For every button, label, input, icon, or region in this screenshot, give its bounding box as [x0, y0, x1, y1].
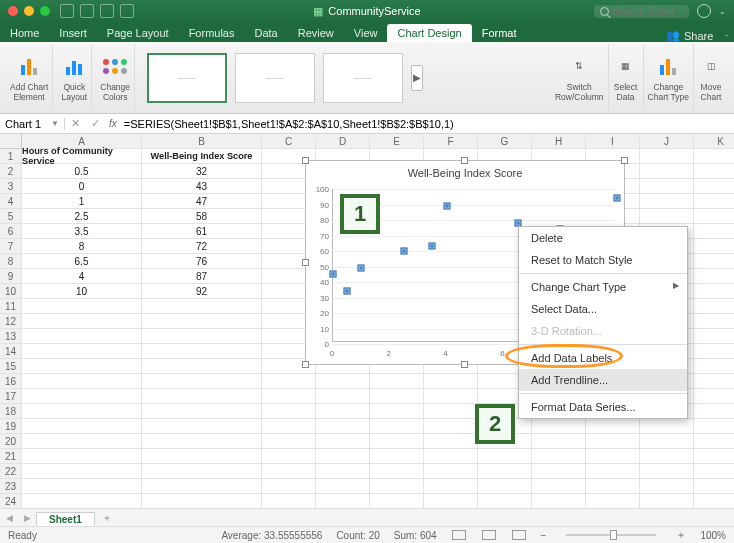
cell[interactable]: [424, 479, 478, 494]
worksheet-area[interactable]: ABCDEFGHIJKLM1Hours of Community Service…: [0, 134, 734, 513]
row-header[interactable]: 18: [0, 404, 22, 419]
cell[interactable]: [640, 494, 694, 509]
cell[interactable]: [142, 329, 262, 344]
print-icon[interactable]: [120, 4, 134, 18]
cell[interactable]: [532, 494, 586, 509]
cell[interactable]: [532, 464, 586, 479]
cell[interactable]: [22, 299, 142, 314]
undo-icon[interactable]: [80, 4, 94, 18]
row-header[interactable]: 8: [0, 254, 22, 269]
ribbon-collapse-chevron-icon[interactable]: ˆ: [719, 33, 734, 42]
cell[interactable]: [370, 494, 424, 509]
add-chart-element-button[interactable]: Add Chart Element: [6, 44, 53, 111]
cell[interactable]: 0.5: [22, 164, 142, 179]
cell[interactable]: 4: [22, 269, 142, 284]
menu-change-chart-type[interactable]: Change Chart Type: [519, 276, 687, 298]
row-header[interactable]: 6: [0, 224, 22, 239]
chart-styles-gallery[interactable]: ⋯⋯⋯ ⋯⋯⋯ ⋯⋯⋯ ▶: [139, 44, 547, 111]
row-header[interactable]: 7: [0, 239, 22, 254]
cell[interactable]: [142, 479, 262, 494]
cell[interactable]: [694, 479, 734, 494]
cell[interactable]: [22, 314, 142, 329]
zoom-slider[interactable]: [566, 534, 656, 536]
menu-delete[interactable]: Delete: [519, 227, 687, 249]
cell[interactable]: [262, 434, 316, 449]
cell[interactable]: [142, 359, 262, 374]
menu-reset-style[interactable]: Reset to Match Style: [519, 249, 687, 271]
cell[interactable]: [316, 389, 370, 404]
name-box[interactable]: Chart 1▼: [0, 118, 65, 130]
cell[interactable]: [262, 404, 316, 419]
chart-title[interactable]: Well-Being Index Score: [306, 161, 624, 181]
cancel-formula-icon[interactable]: ✕: [69, 117, 81, 130]
cell[interactable]: [370, 374, 424, 389]
cell[interactable]: 61: [142, 224, 262, 239]
tab-chart-design[interactable]: Chart Design: [387, 24, 471, 42]
resize-handle[interactable]: [302, 157, 309, 164]
cell[interactable]: [694, 359, 734, 374]
minimize-window-button[interactable]: [24, 6, 34, 16]
cell[interactable]: [316, 434, 370, 449]
row-header[interactable]: 17: [0, 389, 22, 404]
cell[interactable]: 10: [22, 284, 142, 299]
cell[interactable]: [532, 479, 586, 494]
cell[interactable]: [694, 149, 734, 164]
cell[interactable]: [142, 374, 262, 389]
cell[interactable]: [640, 149, 694, 164]
cell[interactable]: [22, 329, 142, 344]
menu-add-data-labels[interactable]: Add Data Labels: [519, 347, 687, 369]
zoom-in-button[interactable]: ＋: [676, 528, 686, 542]
cell[interactable]: [478, 494, 532, 509]
cell[interactable]: [22, 479, 142, 494]
cell[interactable]: [694, 419, 734, 434]
view-page-layout-icon[interactable]: [482, 530, 496, 540]
cell[interactable]: [640, 434, 694, 449]
cell[interactable]: [694, 269, 734, 284]
cell[interactable]: [22, 374, 142, 389]
cell[interactable]: 1: [22, 194, 142, 209]
cell[interactable]: 8: [22, 239, 142, 254]
cell[interactable]: [694, 164, 734, 179]
cell[interactable]: [694, 299, 734, 314]
row-header[interactable]: 24: [0, 494, 22, 509]
col-header[interactable]: H: [532, 134, 586, 149]
cell[interactable]: [22, 359, 142, 374]
cell[interactable]: [478, 464, 532, 479]
move-chart-button[interactable]: ◫ Move Chart: [694, 44, 728, 111]
search-sheet-box[interactable]: [594, 5, 689, 18]
sheet-nav-next-icon[interactable]: ▶: [18, 513, 36, 523]
cell[interactable]: [424, 449, 478, 464]
col-header[interactable]: J: [640, 134, 694, 149]
cell[interactable]: [694, 254, 734, 269]
cell[interactable]: [142, 494, 262, 509]
cell[interactable]: [694, 179, 734, 194]
zoom-window-button[interactable]: [40, 6, 50, 16]
cell[interactable]: [586, 494, 640, 509]
cell[interactable]: [316, 479, 370, 494]
data-point[interactable]: [358, 265, 365, 272]
cell[interactable]: [586, 434, 640, 449]
row-header[interactable]: 1: [0, 149, 22, 164]
cell[interactable]: [478, 449, 532, 464]
cell[interactable]: [586, 419, 640, 434]
cell[interactable]: [694, 389, 734, 404]
fx-icon[interactable]: fx: [109, 118, 117, 129]
cell[interactable]: [22, 494, 142, 509]
tab-format[interactable]: Format: [472, 24, 527, 42]
cell[interactable]: [424, 389, 478, 404]
cell[interactable]: [532, 434, 586, 449]
chart-style-2[interactable]: ⋯⋯⋯: [235, 53, 315, 103]
data-point[interactable]: [401, 248, 408, 255]
cell[interactable]: [694, 284, 734, 299]
row-header[interactable]: 11: [0, 299, 22, 314]
cell[interactable]: [694, 209, 734, 224]
row-header[interactable]: 12: [0, 314, 22, 329]
cell[interactable]: [142, 434, 262, 449]
cell[interactable]: [370, 479, 424, 494]
cell[interactable]: [640, 209, 694, 224]
cell[interactable]: [694, 314, 734, 329]
cell[interactable]: [142, 464, 262, 479]
share-button[interactable]: 👥 Share: [660, 29, 719, 42]
resize-handle[interactable]: [302, 361, 309, 368]
cell[interactable]: [640, 464, 694, 479]
